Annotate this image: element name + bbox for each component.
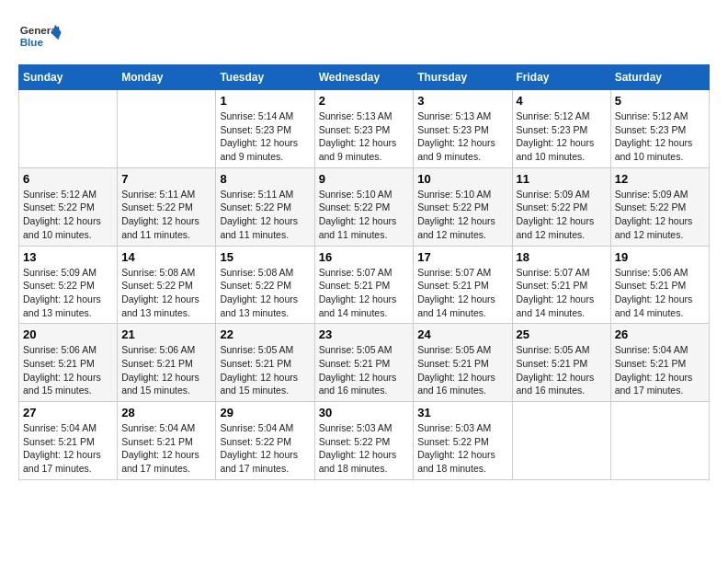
day-number: 20 [23, 327, 113, 341]
logo-icon: General Blue [18, 18, 64, 55]
calendar-cell: 5Sunrise: 5:12 AM Sunset: 5:23 PM Daylig… [610, 90, 709, 168]
calendar-cell: 27Sunrise: 5:04 AM Sunset: 5:21 PM Dayli… [19, 402, 118, 480]
day-number: 10 [417, 172, 507, 186]
day-header-thursday: Thursday [414, 65, 512, 90]
week-row-1: 1Sunrise: 5:14 AM Sunset: 5:23 PM Daylig… [19, 90, 710, 168]
day-header-monday: Monday [118, 65, 216, 90]
calendar-cell: 29Sunrise: 5:04 AM Sunset: 5:22 PM Dayli… [216, 402, 314, 480]
cell-content: Sunrise: 5:14 AM Sunset: 5:23 PM Dayligh… [220, 109, 310, 164]
day-number: 22 [220, 327, 310, 341]
calendar-cell: 9Sunrise: 5:10 AM Sunset: 5:22 PM Daylig… [314, 167, 414, 246]
week-row-5: 27Sunrise: 5:04 AM Sunset: 5:21 PM Dayli… [19, 402, 710, 480]
calendar-cell: 13Sunrise: 5:09 AM Sunset: 5:22 PM Dayli… [19, 246, 118, 324]
cell-content: Sunrise: 5:07 AM Sunset: 5:21 PM Dayligh… [517, 266, 607, 320]
calendar-cell: 7Sunrise: 5:11 AM Sunset: 5:22 PM Daylig… [118, 167, 216, 246]
day-number: 13 [23, 250, 113, 264]
cell-content: Sunrise: 5:06 AM Sunset: 5:21 PM Dayligh… [615, 266, 705, 320]
week-row-3: 13Sunrise: 5:09 AM Sunset: 5:22 PM Dayli… [19, 246, 710, 324]
calendar-cell: 15Sunrise: 5:08 AM Sunset: 5:22 PM Dayli… [216, 246, 314, 324]
day-number: 29 [220, 406, 310, 419]
day-number: 6 [23, 172, 113, 186]
day-number: 24 [417, 327, 507, 341]
calendar-cell: 20Sunrise: 5:06 AM Sunset: 5:21 PM Dayli… [19, 324, 118, 402]
cell-content: Sunrise: 5:04 AM Sunset: 5:22 PM Dayligh… [220, 421, 310, 476]
calendar-cell: 28Sunrise: 5:04 AM Sunset: 5:21 PM Dayli… [118, 402, 216, 480]
calendar-header: SundayMondayTuesdayWednesdayThursdayFrid… [19, 65, 710, 90]
cell-content: Sunrise: 5:03 AM Sunset: 5:22 PM Dayligh… [319, 421, 410, 476]
cell-content: Sunrise: 5:12 AM Sunset: 5:22 PM Dayligh… [23, 188, 113, 242]
calendar-cell: 6Sunrise: 5:12 AM Sunset: 5:22 PM Daylig… [19, 167, 118, 246]
calendar-cell: 24Sunrise: 5:05 AM Sunset: 5:21 PM Dayli… [414, 324, 512, 402]
cell-content: Sunrise: 5:10 AM Sunset: 5:22 PM Dayligh… [417, 188, 507, 242]
calendar-cell [610, 402, 709, 480]
svg-text:Blue: Blue [20, 36, 44, 48]
calendar-cell: 11Sunrise: 5:09 AM Sunset: 5:22 PM Dayli… [512, 167, 610, 246]
week-row-4: 20Sunrise: 5:06 AM Sunset: 5:21 PM Dayli… [19, 324, 710, 402]
calendar-cell: 21Sunrise: 5:06 AM Sunset: 5:21 PM Dayli… [118, 324, 216, 402]
cell-content: Sunrise: 5:11 AM Sunset: 5:22 PM Dayligh… [121, 188, 211, 242]
header-row: SundayMondayTuesdayWednesdayThursdayFrid… [19, 65, 710, 90]
calendar-cell: 22Sunrise: 5:05 AM Sunset: 5:21 PM Dayli… [216, 324, 314, 402]
calendar-cell: 10Sunrise: 5:10 AM Sunset: 5:22 PM Dayli… [414, 167, 512, 246]
calendar-cell: 2Sunrise: 5:13 AM Sunset: 5:23 PM Daylig… [314, 90, 414, 168]
day-number: 18 [517, 250, 607, 264]
cell-content: Sunrise: 5:13 AM Sunset: 5:23 PM Dayligh… [319, 109, 410, 164]
calendar-cell: 30Sunrise: 5:03 AM Sunset: 5:22 PM Dayli… [314, 402, 414, 480]
page-header: General Blue [18, 18, 710, 55]
calendar-body: 1Sunrise: 5:14 AM Sunset: 5:23 PM Daylig… [19, 90, 710, 480]
calendar-cell: 4Sunrise: 5:12 AM Sunset: 5:23 PM Daylig… [512, 90, 610, 168]
day-header-friday: Friday [512, 65, 610, 90]
cell-content: Sunrise: 5:04 AM Sunset: 5:21 PM Dayligh… [23, 421, 113, 476]
calendar-cell: 16Sunrise: 5:07 AM Sunset: 5:21 PM Dayli… [314, 246, 414, 324]
day-number: 16 [319, 250, 410, 264]
day-number: 4 [517, 94, 607, 108]
cell-content: Sunrise: 5:07 AM Sunset: 5:21 PM Dayligh… [417, 266, 507, 320]
day-number: 17 [417, 250, 507, 264]
day-number: 3 [417, 94, 507, 108]
day-number: 31 [417, 406, 507, 419]
cell-content: Sunrise: 5:05 AM Sunset: 5:21 PM Dayligh… [417, 343, 507, 397]
day-number: 23 [319, 327, 410, 341]
day-number: 1 [220, 94, 310, 108]
day-header-sunday: Sunday [19, 65, 118, 90]
day-number: 15 [220, 250, 310, 264]
day-number: 2 [319, 94, 410, 108]
cell-content: Sunrise: 5:09 AM Sunset: 5:22 PM Dayligh… [23, 266, 113, 320]
day-number: 30 [319, 406, 410, 419]
day-number: 5 [615, 94, 705, 108]
cell-content: Sunrise: 5:12 AM Sunset: 5:23 PM Dayligh… [517, 109, 607, 164]
day-header-wednesday: Wednesday [314, 65, 414, 90]
calendar-cell: 12Sunrise: 5:09 AM Sunset: 5:22 PM Dayli… [610, 167, 709, 246]
calendar-cell: 1Sunrise: 5:14 AM Sunset: 5:23 PM Daylig… [216, 90, 314, 168]
cell-content: Sunrise: 5:05 AM Sunset: 5:21 PM Dayligh… [319, 343, 410, 397]
calendar-cell [512, 402, 610, 480]
calendar-cell: 26Sunrise: 5:04 AM Sunset: 5:21 PM Dayli… [610, 324, 709, 402]
cell-content: Sunrise: 5:05 AM Sunset: 5:21 PM Dayligh… [220, 343, 310, 397]
cell-content: Sunrise: 5:06 AM Sunset: 5:21 PM Dayligh… [121, 343, 211, 397]
cell-content: Sunrise: 5:11 AM Sunset: 5:22 PM Dayligh… [220, 188, 310, 242]
day-number: 27 [23, 406, 113, 419]
day-number: 14 [121, 250, 211, 264]
week-row-2: 6Sunrise: 5:12 AM Sunset: 5:22 PM Daylig… [19, 167, 710, 246]
day-number: 21 [121, 327, 211, 341]
day-number: 25 [517, 327, 607, 341]
day-number: 28 [121, 406, 211, 419]
cell-content: Sunrise: 5:09 AM Sunset: 5:22 PM Dayligh… [615, 188, 705, 242]
cell-content: Sunrise: 5:04 AM Sunset: 5:21 PM Dayligh… [121, 421, 211, 476]
calendar-cell [118, 90, 216, 168]
day-number: 26 [615, 327, 705, 341]
calendar-cell: 3Sunrise: 5:13 AM Sunset: 5:23 PM Daylig… [414, 90, 512, 168]
day-number: 12 [615, 172, 705, 186]
calendar-cell: 23Sunrise: 5:05 AM Sunset: 5:21 PM Dayli… [314, 324, 414, 402]
calendar-table: SundayMondayTuesdayWednesdayThursdayFrid… [18, 64, 710, 480]
logo: General Blue [18, 18, 68, 55]
calendar-cell: 19Sunrise: 5:06 AM Sunset: 5:21 PM Dayli… [610, 246, 709, 324]
calendar-cell: 17Sunrise: 5:07 AM Sunset: 5:21 PM Dayli… [414, 246, 512, 324]
cell-content: Sunrise: 5:03 AM Sunset: 5:22 PM Dayligh… [417, 421, 507, 476]
cell-content: Sunrise: 5:07 AM Sunset: 5:21 PM Dayligh… [319, 266, 410, 320]
cell-content: Sunrise: 5:04 AM Sunset: 5:21 PM Dayligh… [615, 343, 705, 397]
calendar-cell: 31Sunrise: 5:03 AM Sunset: 5:22 PM Dayli… [414, 402, 512, 480]
calendar-cell: 18Sunrise: 5:07 AM Sunset: 5:21 PM Dayli… [512, 246, 610, 324]
day-number: 19 [615, 250, 705, 264]
day-header-tuesday: Tuesday [216, 65, 314, 90]
